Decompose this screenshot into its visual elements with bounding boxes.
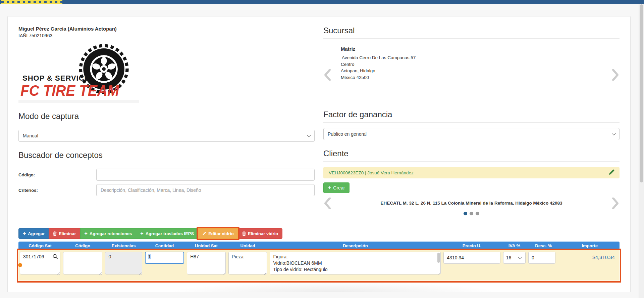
row-status-dot [18, 263, 22, 267]
sucursal-address-line: Avenida Cerro De Las Campanas 57 [341, 54, 606, 61]
modo-captura-select[interactable]: Manual [18, 130, 315, 142]
col-header-unidad-sat: Unidad Sat [185, 243, 227, 248]
eliminar-label: Eliminar [59, 231, 76, 236]
main-panel: Miguel Pérez García (Aluminios Actopan) … [7, 16, 631, 292]
unidad-textarea[interactable]: Pieza [228, 252, 267, 274]
concepts-table-header: Código Sat Código Existencias Cantidad U… [18, 242, 620, 250]
sucursal-address-line: Actopan, Hidalgo [341, 68, 606, 74]
seller-rfc: IAÑL750210963 [18, 33, 315, 38]
criterios-search-input[interactable] [96, 184, 315, 196]
client-address-prev-icon[interactable] [324, 198, 331, 209]
bottom-shadow [169, 282, 497, 292]
editar-vidrio-label: Editar vidrio [208, 231, 234, 236]
codigo-label: Código: [18, 172, 96, 177]
descripcion-textarea[interactable]: Figura: Vidrio:BIOCLEAN 6MM Tipo de vidr… [270, 252, 441, 274]
edit-client-pencil-icon[interactable] [608, 169, 615, 175]
concepts-toolbar: + Agregar Eliminar + Agregar retenciones… [18, 228, 620, 239]
client-address-next-icon[interactable] [612, 198, 619, 209]
criterios-label: Criterios: [18, 188, 96, 193]
crear-cliente-button[interactable]: + Crear [323, 182, 350, 193]
seller-name: Miguel Pérez García (Aluminios Actopan) [18, 26, 315, 32]
crear-button-label: Crear [333, 185, 345, 190]
col-header-codigo-sat: Código Sat [18, 243, 62, 248]
client-address-carousel: EHECATL M. 32 L. 26 N. 115 La Colonia Mi… [323, 193, 620, 215]
search-icon[interactable] [53, 254, 58, 259]
unidad-sat-textarea[interactable]: H87 [187, 252, 226, 274]
logo-fc-tire-team-text: FC TIRE TEAM [20, 82, 119, 99]
eliminar-vidrio-label: Eliminar vidrio [248, 231, 278, 236]
plus-icon: + [85, 231, 88, 236]
navbar-focus-outline [1, 0, 62, 4]
col-header-codigo: Código [62, 243, 104, 248]
sucursal-address-line: México 42500 [341, 74, 606, 81]
selected-client-text: VEHJ000623EZ0 | Josué Vera Hernández [329, 170, 414, 175]
col-header-desc-pct: Desc. % [527, 243, 560, 248]
col-header-unidad: Unidad [227, 243, 269, 248]
sucursal-name: Matriz [341, 46, 606, 52]
col-header-cantidad: Cantidad [144, 243, 185, 248]
section-title-buscador: Buscador de conceptos [18, 151, 315, 163]
col-header-existencias: Existencias [104, 243, 143, 248]
carousel-dot-active[interactable] [464, 212, 467, 215]
agregar-traslados-label: Agregar traslados IEPS [146, 231, 194, 236]
client-address-text: EHECATL M. 32 L. 26 N. 115 La Colonia Mi… [337, 201, 606, 206]
sucursal-carousel: Matriz Avenida Cerro De Las Campanas 57 … [323, 44, 620, 101]
factor-ganancia-select-wrap: Publico en general [323, 128, 620, 140]
col-header-importe: Importe [560, 243, 620, 248]
cantidad-input[interactable]: 1 [145, 252, 184, 264]
modo-captura-select-wrap: Manual [18, 130, 315, 142]
trash-icon [242, 231, 246, 236]
concepts-table: Código Sat Código Existencias Cantidad U… [18, 242, 620, 281]
plus-icon: + [328, 185, 331, 190]
col-header-iva: IVA % [502, 243, 527, 248]
section-title-factor-ganancia: Factor de ganancia [323, 110, 620, 123]
agregar-label: Agregar [28, 231, 45, 236]
plus-icon: + [140, 231, 143, 236]
desc-pct-input[interactable] [528, 252, 555, 264]
concept-row: 30171706 [18, 250, 620, 281]
page-scrollbar[interactable] [639, 4, 644, 298]
codigo-search-input[interactable] [96, 169, 315, 181]
top-navbar [0, 0, 644, 4]
codigo-textarea[interactable] [63, 252, 102, 274]
eliminar-button[interactable]: Eliminar [49, 228, 80, 239]
sucursal-prev-icon[interactable] [324, 69, 331, 81]
textarea-scrollbar-thumb[interactable] [437, 253, 440, 263]
section-title-sucursal: Sucursal [323, 26, 620, 39]
col-header-descripcion: Descripción [268, 243, 442, 248]
editar-vidrio-button[interactable]: Editar vidrio [198, 228, 238, 239]
selected-client-banner[interactable]: VEHJ000623EZ0 | Josué Vera Hernández [323, 167, 620, 178]
eliminar-vidrio-button[interactable]: Eliminar vidrio [238, 228, 282, 239]
iva-select-wrap: 16 [503, 252, 526, 264]
sucursal-address-line: Centro [341, 61, 606, 68]
importe-value: $4,310.34 [561, 252, 618, 260]
trash-icon [53, 231, 57, 236]
col-header-precio-u: Precio U. [442, 243, 501, 248]
pencil-icon [202, 231, 206, 236]
agregar-retenciones-button[interactable]: + Agregar retenciones [80, 228, 137, 239]
agregar-traslados-ieps-button[interactable]: + Agregar traslados IEPS [136, 228, 198, 239]
logo-shop-service-text: SHOP & SERVICE [22, 74, 90, 83]
carousel-dot[interactable] [476, 212, 479, 215]
section-title-modo-captura: Modo de captura [18, 112, 315, 124]
carousel-dots [337, 212, 606, 215]
precio-u-input[interactable] [443, 252, 500, 264]
cantidad-selected-text: 1 [148, 254, 151, 259]
fc-tire-team-logo: SHOP & SERVICE FC TIRE TEAM [18, 43, 139, 103]
existencias-textarea: 0 [105, 252, 142, 274]
plus-icon: + [23, 231, 26, 236]
section-title-cliente: Cliente [323, 149, 620, 162]
sucursal-next-icon[interactable] [612, 69, 619, 81]
agregar-button[interactable]: + Agregar [18, 228, 49, 239]
factor-ganancia-select[interactable]: Publico en general [323, 128, 620, 140]
iva-select[interactable]: 16 [503, 252, 526, 264]
page-scrollbar-thumb[interactable] [640, 4, 643, 182]
agregar-retenciones-label: Agregar retenciones [90, 231, 132, 236]
carousel-dot[interactable] [470, 212, 473, 215]
